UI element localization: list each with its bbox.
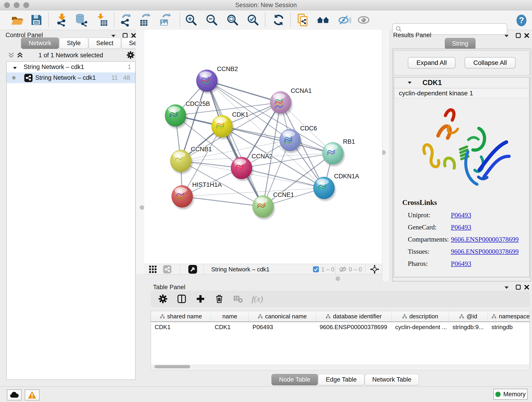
refresh-layout-button[interactable] — [272, 13, 285, 27]
network-node-ccna1[interactable] — [270, 91, 292, 115]
toolbar-separator — [180, 13, 180, 27]
birdseye-view-icon[interactable] — [188, 265, 197, 274]
grid-view-icon[interactable] — [149, 265, 157, 273]
network-options-gear-icon[interactable] — [126, 51, 135, 60]
network-node-rb1[interactable] — [322, 142, 345, 166]
help-button[interactable]: ? — [515, 14, 528, 27]
right-splitter[interactable] — [382, 30, 390, 281]
table-row[interactable]: CDK1CDK1P064939606.ENSP00000378699cyclin… — [151, 322, 530, 332]
node-table[interactable]: shared namenamecanonical namedatabase id… — [151, 311, 530, 370]
network-row[interactable]: String Network – cdk1 11 48 — [7, 72, 135, 83]
tab-network[interactable]: Network — [21, 38, 59, 49]
crosslink-link[interactable]: P06493 — [451, 223, 471, 231]
panel-maximize-icon[interactable] — [515, 32, 521, 38]
network-node-cdc6[interactable] — [279, 129, 302, 153]
show-columns-icon[interactable] — [177, 294, 187, 304]
table-horizontal-scrollbar[interactable] — [151, 364, 529, 369]
tab-style[interactable]: Style — [59, 38, 88, 49]
export-image-button[interactable] — [159, 13, 172, 27]
tab-node-table[interactable]: Node Table — [272, 374, 318, 385]
gene-card-header[interactable]: CDK1 — [394, 77, 529, 88]
network-node-ccnb2[interactable] — [196, 70, 219, 94]
column-header-id[interactable]: @id — [449, 311, 488, 322]
zoom-in-button[interactable] — [184, 13, 198, 27]
crosslink-link[interactable]: P06493 — [451, 260, 471, 268]
string-home-button[interactable] — [317, 13, 330, 27]
selected-counts: 1 – 0 — [321, 266, 335, 273]
panel-float-icon[interactable] — [504, 285, 510, 291]
panel-close-icon[interactable] — [524, 284, 530, 290]
network-graph[interactable]: CCNB2CCNA1CDC25BCDK1CDC6RB1CCNB1CCNA2CDK… — [144, 30, 382, 264]
import-network-database-button[interactable] — [75, 13, 88, 27]
table-settings-gear-icon[interactable] — [158, 294, 168, 304]
add-column-icon[interactable] — [195, 294, 206, 304]
selected-checkbox-icon[interactable] — [313, 266, 319, 272]
zoom-fit-button[interactable] — [226, 13, 239, 27]
left-splitter[interactable] — [136, 30, 145, 274]
network-node-cdk1[interactable] — [211, 115, 234, 139]
panel-close-icon[interactable] — [524, 32, 530, 38]
window-zoom-button[interactable] — [23, 2, 29, 8]
crosslink-link[interactable]: P06493 — [451, 211, 471, 219]
tab-network-table[interactable]: Network Table — [365, 374, 419, 385]
column-header-shared-name[interactable]: shared name — [151, 311, 211, 322]
network-edge[interactable] — [182, 196, 263, 206]
memory-label: Memory — [503, 391, 526, 398]
horizontal-splitter[interactable] — [144, 274, 382, 282]
tree-caret-icon[interactable] — [13, 65, 17, 70]
network-node-cdc25b[interactable] — [165, 104, 187, 128]
export-table-button[interactable] — [139, 13, 152, 27]
show-all-button[interactable] — [357, 13, 370, 27]
column-header-name[interactable]: name — [211, 311, 249, 322]
hidden-eye-icon[interactable] — [339, 266, 347, 273]
delete-column-icon[interactable] — [214, 294, 225, 304]
network-canvas[interactable]: CCNB2CCNA1CDC25BCDK1CDC6RB1CCNB1CCNA2CDK… — [144, 30, 382, 264]
warnings-button[interactable] — [25, 389, 39, 400]
scrollbar-thumb[interactable] — [154, 365, 190, 368]
network-node-hist1h1a[interactable] — [172, 185, 194, 209]
table-cell: CDK1 — [211, 324, 249, 331]
left-splitter-handle[interactable] — [140, 205, 144, 210]
import-network-file-button[interactable] — [55, 13, 69, 27]
zoom-selected-button[interactable] — [246, 13, 260, 27]
network-node-ccna2[interactable] — [231, 157, 253, 181]
network-node-ccne1[interactable] — [253, 196, 275, 219]
function-builder-icon[interactable]: f(x) — [252, 294, 263, 304]
column-type-icon — [459, 314, 464, 319]
export-network-button[interactable] — [119, 13, 132, 27]
tab-select[interactable]: Select — [89, 38, 121, 49]
network-collection-row[interactable]: String Network – cdk1 1 — [7, 62, 135, 72]
window-minimize-button[interactable] — [14, 2, 19, 8]
memory-button[interactable]: Memory — [493, 389, 528, 400]
share-view-icon[interactable] — [163, 265, 171, 274]
network-selector-bar: 1 of 1 Network selected — [6, 50, 135, 61]
window-close-button[interactable] — [4, 2, 10, 8]
open-session-button[interactable] — [11, 13, 24, 27]
expand-all-button[interactable]: Expand All — [408, 57, 456, 69]
hide-selected-button[interactable] — [338, 13, 351, 27]
save-session-button[interactable] — [30, 13, 43, 27]
collapse-all-button[interactable]: Collapse All — [465, 57, 515, 69]
panel-float-icon[interactable] — [504, 33, 510, 39]
network-node-cdkn1a[interactable] — [313, 177, 336, 201]
crosslink-link[interactable]: 9606.ENSP00000378699 — [451, 248, 519, 255]
tab-string[interactable]: String — [445, 38, 475, 49]
zoom-out-button[interactable] — [205, 13, 218, 27]
cloud-button[interactable] — [7, 389, 22, 400]
table-panel-tabs: Node TableEdge TableNetwork Table — [272, 374, 419, 385]
column-header-description[interactable]: description — [392, 311, 449, 322]
tab-edge-table[interactable]: Edge Table — [318, 374, 364, 385]
import-table-file-button[interactable] — [95, 13, 108, 27]
table-cell: P06493 — [249, 324, 316, 331]
crosslink-link[interactable]: 9606.ENSP00000378699 — [451, 236, 519, 243]
fit-crosshair-icon[interactable] — [370, 264, 380, 274]
panel-maximize-icon[interactable] — [515, 284, 521, 290]
horizontal-splitter-handle[interactable] — [336, 276, 340, 281]
column-header-namespace[interactable]: namespace — [488, 311, 530, 322]
delete-table-icon[interactable] — [233, 294, 243, 304]
column-header-canonical-name[interactable]: canonical name — [249, 311, 316, 322]
duplicate-network-button[interactable] — [297, 13, 310, 27]
column-header-database-identifier[interactable]: database identifier — [316, 311, 392, 322]
collapse-caret-icon[interactable] — [407, 80, 412, 85]
window-status-bar: Memory — [0, 386, 532, 402]
